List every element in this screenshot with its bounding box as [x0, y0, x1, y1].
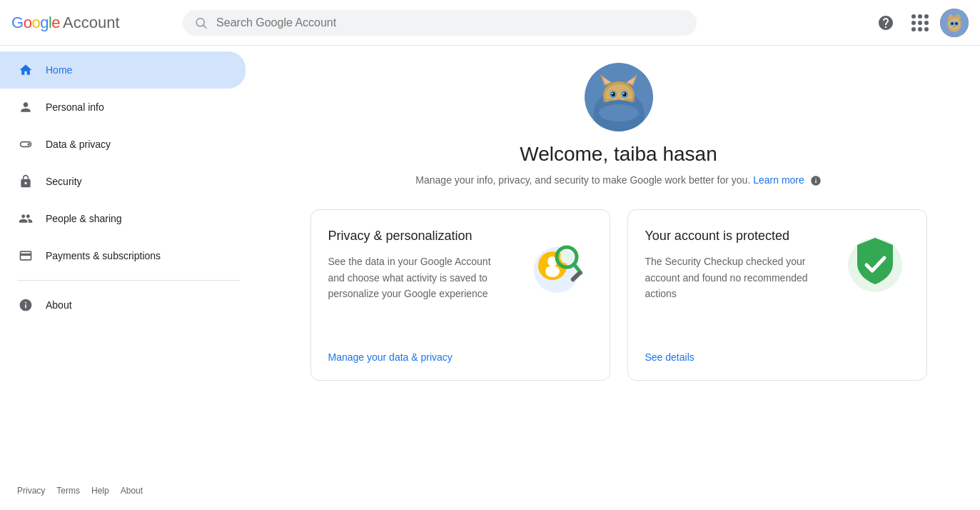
main-content: Welcome, taiba hasan Manage your info, p…: [257, 46, 980, 510]
info-circle-icon: [810, 175, 822, 186]
security-card-desc: The Security Checkup checked your accoun…: [645, 254, 829, 301]
sidebar-label-personal-info: Personal info: [46, 101, 104, 113]
cards-row: Privacy & personalization See the data i…: [286, 209, 951, 381]
sidebar-label-people-sharing: People & sharing: [46, 213, 122, 224]
header-icons: [872, 9, 969, 37]
person-icon: [17, 99, 34, 116]
sidebar-footer: Privacy Terms Help About: [0, 477, 257, 504]
security-card-body: Your account is protected The Security C…: [645, 227, 909, 301]
svg-point-35: [545, 266, 560, 277]
sidebar-item-personal-info[interactable]: Personal info: [0, 89, 246, 126]
grid-dots-icon: [911, 14, 929, 31]
svg-point-22: [622, 92, 626, 96]
welcome-title: Welcome, taiba hasan: [520, 143, 717, 166]
security-card[interactable]: Your account is protected The Security C…: [627, 209, 927, 381]
welcome-section: Welcome, taiba hasan Manage your info, p…: [286, 63, 951, 186]
sidebar-label-security: Security: [46, 176, 82, 187]
security-card-title: Your account is protected: [645, 227, 829, 245]
learn-more-link[interactable]: Learn more: [753, 174, 804, 186]
app-header: Google Account: [0, 0, 980, 46]
svg-point-23: [612, 93, 613, 94]
apps-button[interactable]: [906, 9, 934, 37]
welcome-subtitle: Manage your info, privacy, and security …: [415, 174, 821, 186]
google-wordmark: Google: [11, 14, 60, 32]
search-icon: [194, 16, 208, 30]
security-card-illustration: [841, 227, 909, 296]
sidebar-item-people-sharing[interactable]: People & sharing: [0, 200, 246, 237]
lock-icon: [17, 173, 34, 190]
svg-point-31: [599, 104, 639, 121]
profile-avatar-image: [585, 63, 653, 131]
security-shield-svg: [843, 229, 907, 294]
toggle-icon: [17, 136, 34, 153]
footer-privacy[interactable]: Privacy: [17, 486, 45, 496]
sidebar: Home Personal info Data & privacy Securi…: [0, 46, 257, 510]
sidebar-divider: [17, 280, 240, 281]
help-button[interactable]: [872, 9, 900, 37]
security-card-link[interactable]: See details: [645, 351, 909, 363]
svg-point-10: [956, 22, 958, 24]
footer-terms[interactable]: Terms: [56, 486, 80, 496]
sidebar-label-payments: Payments & subscriptions: [46, 250, 161, 261]
search-bar[interactable]: [183, 10, 697, 36]
svg-point-24: [623, 93, 625, 94]
sidebar-label-data-privacy: Data & privacy: [46, 139, 111, 150]
account-wordmark: Account: [63, 14, 120, 32]
privacy-card-title: Privacy & personalization: [328, 227, 510, 245]
sidebar-label-about: About: [46, 299, 72, 311]
svg-point-9: [951, 22, 954, 24]
privacy-card[interactable]: Privacy & personalization See the data i…: [310, 209, 610, 381]
payments-icon: [17, 247, 34, 264]
sidebar-item-about[interactable]: About: [0, 286, 246, 324]
info-icon: [17, 296, 34, 314]
sidebar-item-security[interactable]: Security: [0, 163, 246, 200]
privacy-card-illustration: [521, 227, 592, 299]
privacy-card-body: Privacy & personalization See the data i…: [328, 227, 592, 301]
app-body: Home Personal info Data & privacy Securi…: [0, 46, 980, 510]
profile-avatar[interactable]: [585, 63, 653, 131]
sidebar-nav: Home Personal info Data & privacy Securi…: [0, 51, 257, 477]
svg-line-1: [203, 25, 206, 28]
sidebar-item-data-privacy[interactable]: Data & privacy: [0, 126, 246, 163]
avatar-image: [940, 9, 969, 37]
security-card-text: Your account is protected The Security C…: [645, 227, 829, 301]
svg-point-37: [560, 251, 573, 264]
footer-help[interactable]: Help: [91, 486, 109, 496]
privacy-illustration-svg: [522, 229, 591, 297]
privacy-card-desc: See the data in your Google Account and …: [328, 254, 510, 301]
people-icon: [17, 210, 34, 227]
sidebar-item-home[interactable]: Home: [0, 51, 246, 89]
footer-about[interactable]: About: [121, 486, 143, 496]
user-avatar[interactable]: [940, 9, 969, 37]
search-input[interactable]: [216, 16, 685, 29]
sidebar-label-home: Home: [46, 64, 72, 76]
sidebar-item-payments[interactable]: Payments & subscriptions: [0, 237, 246, 274]
subtitle-text: Manage your info, privacy, and security …: [415, 174, 750, 186]
home-icon: [17, 61, 34, 79]
svg-point-21: [611, 92, 615, 96]
logo[interactable]: Google Account: [11, 14, 183, 32]
privacy-card-text: Privacy & personalization See the data i…: [328, 227, 510, 301]
privacy-card-link[interactable]: Manage your data & privacy: [328, 351, 592, 363]
